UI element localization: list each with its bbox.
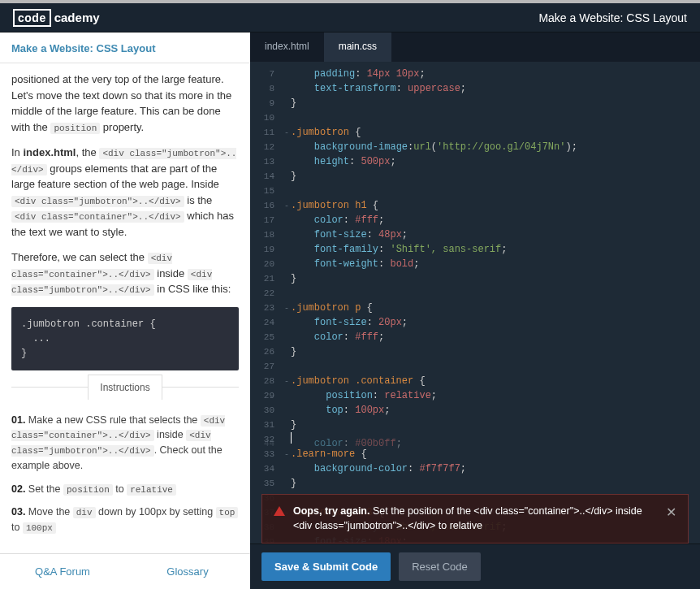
step-1: 01. Make a new CSS rule that selects the…	[11, 413, 239, 474]
code-line[interactable]: 16-.jumbotron h1 {	[250, 198, 700, 213]
code-line[interactable]: 30 top: 100px;	[250, 403, 700, 418]
code-line[interactable]: 14 }	[250, 169, 700, 184]
code-line[interactable]: 7 padding: 14px 10px;	[250, 67, 700, 81]
code-line[interactable]: 29 position: relative;	[250, 388, 700, 403]
error-banner: Oops, try again. Set the position of the…	[261, 494, 689, 544]
code-line[interactable]: 35 }	[250, 476, 700, 491]
code-line[interactable]: 26 }	[250, 344, 700, 359]
instructions-label: Instructions	[88, 375, 162, 400]
code-line[interactable]: 24 font-size: 20px;	[250, 315, 700, 330]
code-line[interactable]: 23-.jumbotron p {	[250, 301, 700, 315]
logo-part2: cademy	[53, 11, 100, 24]
code-line[interactable]: 25 color: #fff;	[250, 330, 700, 344]
tab-main-css[interactable]: main.css	[324, 32, 391, 62]
code-line[interactable]: 8 text-transform: uppercase;	[250, 81, 700, 96]
qa-forum-link[interactable]: Q&A Forum	[0, 565, 125, 578]
code-line[interactable]: 20 font-weight: bold;	[250, 257, 700, 271]
lesson-p3: Therefore, we can select the <div class=…	[11, 249, 239, 297]
code-line[interactable]: 9 }	[250, 96, 700, 110]
logo-part1: code	[13, 9, 51, 27]
lesson-code-example: .jumbotron .container { ... }	[11, 307, 239, 370]
code-line[interactable]: 44 color: #00b0ff;	[250, 436, 402, 451]
tab-index-html[interactable]: index.html	[250, 32, 324, 62]
code-line[interactable]: 12 background-image:url('http://goo.gl/0…	[250, 140, 700, 154]
code-line[interactable]: 15	[250, 184, 700, 198]
code-line[interactable]: 27	[250, 359, 700, 374]
code-editor[interactable]: 7 padding: 14px 10px;8 text-transform: u…	[250, 62, 700, 544]
save-submit-button[interactable]: Save & Submit Code	[261, 552, 391, 581]
action-bar: Save & Submit Code Reset Code	[250, 544, 700, 589]
lesson-panel: Make a Website: CSS Layout positioned at…	[0, 32, 250, 589]
lesson-body[interactable]: positioned at the very top of the large …	[0, 63, 250, 553]
logo[interactable]: code cademy	[13, 9, 100, 27]
glossary-link[interactable]: Glossary	[125, 565, 250, 578]
warning-icon	[274, 506, 285, 516]
lesson-p2: In index.html, the <div class="jumbotron…	[11, 145, 239, 240]
code-line[interactable]: 34 background-color: #f7f7f7;	[250, 461, 700, 476]
reset-code-button[interactable]: Reset Code	[399, 552, 481, 581]
close-icon[interactable]: ✕	[666, 505, 676, 520]
lesson-p1: positioned at the very top of the large …	[11, 71, 239, 135]
code-line[interactable]: 28-.jumbotron .container {	[250, 374, 700, 388]
code-line[interactable]: 11-.jumbotron {	[250, 125, 700, 140]
lesson-title: Make a Website: CSS Layout	[0, 32, 250, 63]
code-line[interactable]: 21 }	[250, 271, 700, 286]
step-3: 03. Move the div down by 100px by settin…	[11, 505, 239, 535]
code-line[interactable]: 13 height: 500px;	[250, 154, 700, 169]
editor-panel: index.html main.css 7 padding: 14px 10px…	[250, 32, 700, 589]
code-line[interactable]: 17 color: #fff;	[250, 213, 700, 227]
code-line[interactable]: 18 font-size: 48px;	[250, 227, 700, 242]
top-bar: code cademy Make a Website: CSS Layout	[0, 0, 700, 32]
lesson-footer: Q&A Forum Glossary	[0, 553, 250, 589]
code-line[interactable]: 22	[250, 286, 700, 301]
step-2: 02. Set the position to relative	[11, 482, 239, 497]
code-line[interactable]: 19 font-family: 'Shift', sans-serif;	[250, 242, 700, 257]
instructions-divider: Instructions	[11, 387, 239, 413]
file-tabs: index.html main.css	[250, 32, 700, 62]
code-line[interactable]: 10	[250, 110, 700, 125]
error-text: Oops, try again. Set the position of the…	[293, 505, 658, 533]
code-line[interactable]: 31 }	[250, 418, 700, 432]
page-title: Make a Website: CSS Layout	[538, 11, 687, 24]
